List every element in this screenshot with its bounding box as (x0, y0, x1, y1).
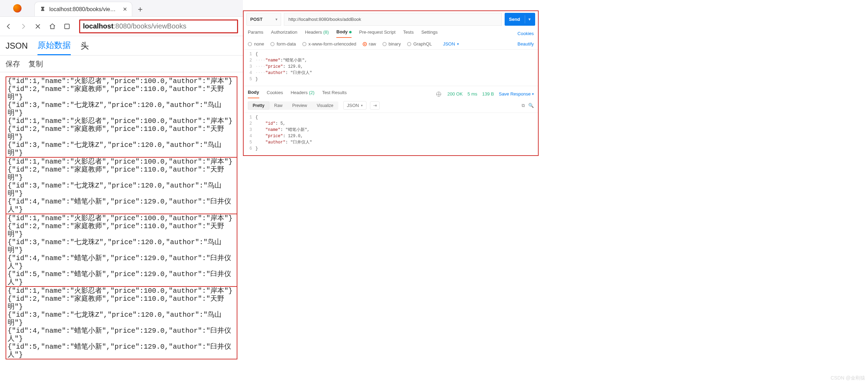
json-line: {"id":3,"name":"七龙珠Z","price":120.0,"aut… (8, 311, 235, 327)
response-lang-select[interactable]: JSON ▾ (343, 101, 367, 110)
save-response-button[interactable]: Save Response ▾ (499, 91, 534, 97)
raw-response-body: {"id":1,"name":"火影忍者","price":100.0,"aut… (0, 72, 243, 366)
body-type-radios: none form-data x-www-form-urlencoded raw… (244, 38, 538, 50)
http-method-select[interactable]: POST ▾ (246, 13, 281, 26)
json-line: {"id":1,"name":"火影忍者","price":100.0,"aut… (8, 158, 235, 166)
view-visualize[interactable]: Visualize (312, 101, 338, 110)
json-line: {"id":2,"name":"家庭教师","price":110.0,"aut… (8, 222, 235, 238)
cookies-link[interactable]: Cookies (517, 31, 534, 36)
request-bar: POST ▾ http://localhost:8080/books/addBo… (244, 11, 538, 26)
view-pretty[interactable]: Pretty (248, 101, 269, 110)
json-line: {"id":1,"name":"火影忍者","price":100.0,"aut… (8, 77, 235, 85)
close-tab-icon[interactable]: × (121, 5, 127, 13)
json-line: {"id":2,"name":"家庭教师","price":110.0,"aut… (8, 166, 235, 182)
postman-panel: POST ▾ http://localhost:8080/books/addBo… (243, 10, 539, 156)
http-method-label: POST (250, 17, 262, 22)
send-button[interactable]: Send ▾ (505, 13, 535, 26)
copy-button[interactable]: 复制 (28, 59, 43, 69)
tab-tests[interactable]: Tests (403, 30, 414, 38)
view-mode-group: Pretty Raw Preview Visualize (248, 101, 338, 110)
radio-none[interactable]: none (248, 41, 264, 47)
json-viewer-actions: 保存 复制 (0, 56, 243, 72)
chevron-down-icon: ▾ (532, 92, 534, 96)
stop-reload-button[interactable] (34, 23, 42, 30)
json-line: {"id":1,"name":"火影忍者","price":100.0,"aut… (8, 287, 235, 295)
response-group: {"id":1,"name":"火影忍者","price":100.0,"aut… (6, 76, 237, 158)
beautify-button[interactable]: Beautify (517, 41, 534, 47)
request-url-input[interactable]: http://localhost:8080/books/addBook (284, 13, 502, 26)
json-line: {"id":2,"name":"家庭教师","price":110.0,"aut… (8, 85, 235, 101)
response-gutter: 123456 (244, 114, 255, 152)
radio-raw[interactable]: raw (363, 41, 376, 47)
tab-authorization[interactable]: Authorization (271, 30, 297, 38)
firefox-logo-area (0, 0, 35, 16)
json-line: {"id":1,"name":"火影忍者","price":100.0,"aut… (8, 214, 235, 222)
send-label: Send (509, 17, 520, 22)
chevron-down-icon: ▾ (361, 103, 363, 107)
chevron-down-icon: ▾ (457, 42, 459, 46)
json-line: {"id":3,"name":"七龙珠Z","price":120.0,"aut… (8, 238, 235, 254)
tab-settings[interactable]: Settings (421, 30, 438, 38)
response-tools: ⧉ 🔍 (522, 103, 534, 108)
radio-binary[interactable]: binary (382, 41, 401, 47)
raw-data-tab[interactable]: 原始数据 (37, 40, 71, 55)
search-response-icon[interactable]: 🔍 (528, 103, 534, 108)
site-info-icon[interactable] (63, 23, 71, 30)
tab-title: localhost:8080/books/viewBo (49, 6, 117, 13)
json-line: {"id":1,"name":"火影忍者","price":100.0,"aut… (8, 117, 235, 125)
globe-icon[interactable] (436, 92, 441, 97)
browser-tab[interactable]: localhost:8080/books/viewBo × (35, 2, 132, 16)
resp-tab-test-results[interactable]: Test Results (322, 90, 347, 98)
json-line: {"id":4,"name":"蜡笔小新","price":129.0,"aut… (8, 327, 235, 343)
save-button[interactable]: 保存 (6, 59, 20, 69)
request-body-editor[interactable]: 12345 {····"name":"蜡笔小新",····"price": 12… (244, 50, 538, 86)
hourglass-icon (40, 6, 46, 13)
send-chevron-icon[interactable]: ▾ (525, 15, 531, 23)
response-body-viewer: 123456 { "id": 5, "name": "蜡笔小新", "price… (244, 113, 538, 155)
resp-tab-headers[interactable]: Headers (2) (290, 90, 314, 98)
radio-form-data[interactable]: form-data (270, 41, 296, 47)
json-line: {"id":4,"name":"蜡笔小新","price":129.0,"aut… (8, 254, 235, 270)
url-bar[interactable]: localhost:8080/books/viewBooks (79, 19, 238, 33)
svg-rect-0 (65, 24, 69, 28)
json-line: {"id":3,"name":"七龙珠Z","price":120.0,"aut… (8, 182, 235, 198)
request-gutter: 12345 (244, 51, 255, 82)
forward-button[interactable] (19, 23, 27, 30)
watermark: CSDN @金刚猿 (831, 375, 865, 381)
json-line: {"id":4,"name":"蜡笔小新","price":129.0,"aut… (8, 198, 235, 214)
radio-xwww[interactable]: x-www-form-urlencoded (302, 41, 356, 47)
status-size: 139 B (482, 91, 494, 97)
response-group: {"id":1,"name":"火影忍者","price":100.0,"aut… (6, 286, 237, 359)
view-preview[interactable]: Preview (287, 101, 312, 110)
headers-tab[interactable]: 头 (81, 40, 89, 55)
body-lang-select[interactable]: JSON ▾ (443, 41, 459, 47)
back-button[interactable] (5, 23, 12, 30)
resp-tab-body[interactable]: Body (248, 90, 259, 98)
json-line: {"id":3,"name":"七龙珠Z","price":120.0,"aut… (8, 141, 235, 157)
tab-body[interactable]: Body (336, 29, 352, 38)
json-tab[interactable]: JSON (6, 41, 28, 54)
view-raw[interactable]: Raw (269, 101, 287, 110)
tab-headers[interactable]: Headers (8) (305, 30, 329, 38)
json-line: {"id":5,"name":"蜡笔小新","price":129.0,"aut… (8, 270, 235, 286)
tab-prerequest[interactable]: Pre-request Script (359, 30, 396, 38)
home-button[interactable] (49, 23, 56, 30)
resp-tab-cookies[interactable]: Cookies (267, 90, 283, 98)
wrap-lines-icon[interactable]: ⇥ (370, 101, 380, 110)
request-tabs: Params Authorization Headers (8) Body Pr… (244, 26, 538, 38)
browser-tabbar: localhost:8080/books/viewBo × + (0, 0, 243, 17)
status-code: 200 OK (447, 91, 463, 97)
response-group: {"id":1,"name":"火影忍者","price":100.0,"aut… (6, 214, 237, 287)
radio-graphql[interactable]: GraphQL (407, 41, 432, 47)
json-viewer-tabs: JSON 原始数据 头 (0, 36, 243, 56)
json-line: {"id":2,"name":"家庭教师","price":110.0,"aut… (8, 295, 235, 311)
response-group: {"id":1,"name":"火影忍者","price":100.0,"aut… (6, 157, 237, 214)
json-line: {"id":2,"name":"家庭教师","price":110.0,"aut… (8, 125, 235, 141)
copy-response-icon[interactable]: ⧉ (522, 103, 525, 108)
json-line: {"id":3,"name":"七龙珠Z","price":120.0,"aut… (8, 101, 235, 117)
request-code: {····"name":"蜡笔小新",····"price": 129.0,··… (255, 51, 538, 82)
tab-params[interactable]: Params (248, 30, 263, 38)
browser-window: localhost:8080/books/viewBo × + localhos… (0, 0, 243, 366)
response-status: 200 OK 5 ms 139 B Save Response ▾ (436, 91, 534, 97)
new-tab-button[interactable]: + (132, 2, 149, 16)
